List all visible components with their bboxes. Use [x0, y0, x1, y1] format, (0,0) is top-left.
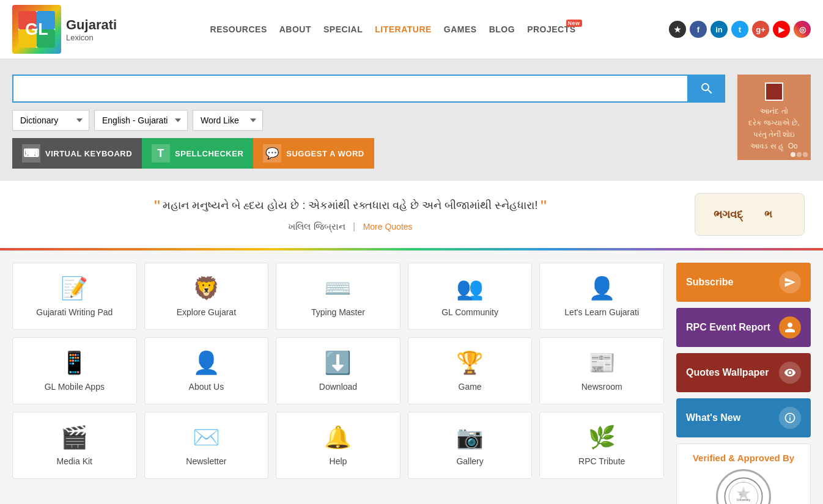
community-icon: 👥: [456, 276, 484, 301]
about-icon: 👤: [193, 350, 220, 376]
download-icon: ⬇️: [324, 350, 352, 376]
nav-blog[interactable]: BLOG: [489, 24, 515, 34]
twitter-icon[interactable]: t: [731, 21, 748, 38]
writing-pad-label: Gujarati Writing Pad: [36, 307, 113, 317]
nav-about[interactable]: ABOUT: [279, 24, 311, 34]
grid-item-newsletter[interactable]: ✉️ Newsletter: [144, 412, 269, 479]
grid-item-writing-pad[interactable]: 📝 Gujarati Writing Pad: [12, 263, 137, 330]
myspace-icon[interactable]: ★: [669, 21, 686, 38]
suggest-icon: 💬: [263, 144, 281, 163]
nav-games[interactable]: GAMES: [444, 24, 477, 34]
suggest-word-button[interactable]: 💬 SUGGEST A WORD: [253, 138, 374, 169]
grid-item-game[interactable]: 🏆 Game: [408, 337, 533, 404]
language-dropdown[interactable]: English - Gujarati Gujarati - English Gu…: [94, 110, 188, 131]
quotes-wallpaper-button[interactable]: Quotes Wallpaper: [676, 353, 811, 392]
game-icon: 🏆: [456, 350, 484, 376]
subscribe-button[interactable]: Subscribe: [676, 263, 811, 302]
community-label: GL Community: [441, 307, 498, 317]
grid-item-gallery[interactable]: 📷 Gallery: [408, 412, 533, 479]
grid-item-community[interactable]: 👥 GL Community: [408, 263, 533, 330]
whats-new-icon: [779, 407, 801, 429]
logo-area: GL Gujarati Lexicon: [12, 5, 117, 54]
virtual-keyboard-button[interactable]: ⌨ VIRTUAL KEYBOARD: [12, 138, 142, 169]
newsroom-icon: 📰: [588, 350, 616, 376]
social-icons: ★ f in t g+ ▶ ◎: [669, 21, 811, 38]
grid-item-learn[interactable]: 👤 Let's Learn Gujarati: [539, 263, 664, 330]
open-quote: ": [154, 197, 160, 216]
grid-row-3: 🎬 Media Kit ✉️ Newsletter 🔔 Help 📷 Galle…: [12, 412, 664, 479]
grid-row-1: 📝 Gujarati Writing Pad 🦁 Explore Gujarat…: [12, 263, 664, 330]
newsroom-label: Newsroom: [581, 382, 622, 392]
subscribe-icon: [779, 271, 801, 293]
logo-gl: Gujarati: [66, 17, 117, 33]
svg-text:University: University: [737, 498, 751, 502]
dropdowns: Dictionary Thesaurus Encyclopedia Englis…: [12, 110, 725, 131]
quote-sidebar: ભગ‌વ‌દ્‍ ‌ ‌ ‌ ‌ ‌ ‌ ‌ ભ‌ ‌ ‌ ‌ ‌ ‌: [695, 193, 805, 236]
youtube-icon[interactable]: ▶: [773, 21, 790, 38]
newsletter-label: Newsletter: [186, 456, 226, 466]
facebook-icon[interactable]: f: [690, 21, 707, 38]
grid-item-rpc[interactable]: 🌿 RPC Tribute: [539, 412, 664, 479]
search-input[interactable]: [12, 75, 688, 103]
search-type-dropdown[interactable]: Word Like Starts With Ends With Exact Wo…: [193, 110, 263, 131]
explore-icon: 🦁: [193, 276, 220, 301]
bhagavad-logo[interactable]: ભગ‌વ‌દ્‍ ‌ ‌ ‌ ‌ ‌ ‌ ‌ ભ‌ ‌ ‌ ‌ ‌ ‌: [695, 193, 805, 236]
quote-section: " મહાન મનુષ્યને બે હ્દય હોય છે : એકમાંથી…: [0, 181, 823, 248]
quote-separator: |: [353, 221, 355, 232]
linkedin-icon[interactable]: in: [710, 21, 728, 38]
nav-special[interactable]: SPECIAL: [323, 24, 363, 34]
instagram-icon[interactable]: ◎: [794, 21, 811, 38]
grid-item-about[interactable]: 👤 About Us: [144, 337, 269, 404]
bhagavad-text: ભગ‌વ‌દ્‍ ‌ ‌ ‌ ‌ ‌ ‌ ‌: [714, 208, 764, 221]
about-label: About Us: [189, 382, 224, 392]
mobile-label: GL Mobile Apps: [45, 382, 105, 392]
keyboard-icon: ⌨: [22, 144, 40, 163]
learn-label: Let's Learn Gujarati: [564, 307, 639, 317]
typing-icon: ⌨️: [324, 276, 352, 301]
verified-box: Verified & Approved By સ‌ ‌ ‌ ‌ ‌ ‌ ‌ ‌ …: [676, 444, 811, 504]
nav-menu: RESOURCES ABOUT SPECIAL LITERATURE GAMES…: [210, 24, 576, 34]
ad-image[interactable]: આનંદ તોદરેક જગ્યાએ છે,પ‌રંતુ તેની શ‌ોઇઆ‌…: [737, 75, 811, 160]
quote-content: " મહાન મનુષ્યને બે હ્દય હોય છે : એકમાંથી…: [18, 197, 682, 232]
bhagavad-logo-full: ભ‌ ‌ ‌ ‌ ‌ ‌: [764, 209, 786, 220]
learn-icon: 👤: [588, 276, 616, 301]
rpc-event-button[interactable]: RPC Event Report: [676, 308, 811, 347]
quote-author: ખ‌લિ‌લ જિ‌બ્‌રા‌ન: [288, 221, 345, 232]
header: GL Gujarati Lexicon RESOURCES ABOUT SPEC…: [0, 0, 823, 59]
grid-item-media[interactable]: 🎬 Media Kit: [12, 412, 137, 479]
google-plus-icon[interactable]: g+: [752, 21, 769, 38]
more-quotes-link[interactable]: More Quotes: [363, 222, 413, 232]
spellchecker-button[interactable]: T SPELLCHECKER: [142, 138, 253, 169]
logo-full: Lexicon: [66, 33, 117, 42]
download-label: Download: [319, 382, 357, 392]
newsletter-icon: ✉️: [193, 425, 220, 450]
grid-item-mobile[interactable]: 📱 GL Mobile Apps: [12, 337, 137, 404]
rpc-icon: 🌿: [588, 425, 616, 450]
grid-item-help[interactable]: 🔔 Help: [276, 412, 400, 479]
close-quote: ": [541, 197, 547, 216]
nav-literature[interactable]: LITERATURE: [375, 24, 432, 34]
dictionary-dropdown[interactable]: Dictionary Thesaurus Encyclopedia: [12, 110, 89, 131]
rpc-person-icon: [779, 316, 801, 338]
gallery-icon: 📷: [456, 425, 484, 450]
ad-banner: આનંદ તોદરેક જગ્યાએ છે,પ‌રંતુ તેની શ‌ોઇઆ‌…: [737, 75, 811, 160]
grid-item-download[interactable]: ⬇️ Download: [276, 337, 400, 404]
university-seal: સ‌ ‌ ‌ ‌ ‌ ‌ ‌ ‌ University: [716, 469, 771, 504]
quotes-icon: [779, 362, 801, 384]
typing-label: Typing Master: [311, 307, 365, 317]
game-label: Game: [459, 382, 482, 392]
grid-item-newsroom[interactable]: 📰 Newsroom: [539, 337, 664, 404]
main-content: 📝 Gujarati Writing Pad 🦁 Explore Gujarat…: [0, 250, 823, 504]
quote-text: મહાન મનુષ્યને બે હ્દય હોય છે : એકમાંથી ર…: [163, 199, 537, 211]
logo-text: Gujarati Lexicon: [66, 17, 117, 42]
verified-title: Verified & Approved By: [685, 453, 802, 463]
search-area: Dictionary Thesaurus Encyclopedia Englis…: [0, 59, 823, 181]
search-button[interactable]: [688, 75, 725, 103]
grid-item-explore[interactable]: 🦁 Explore Gujarat: [144, 263, 269, 330]
nav-resources[interactable]: RESOURCES: [210, 24, 267, 34]
grid-item-typing[interactable]: ⌨️ Typing Master: [276, 263, 400, 330]
help-label: Help: [330, 456, 347, 466]
whats-new-button[interactable]: What's New: [676, 398, 811, 437]
nav-projects[interactable]: PROJECTS New: [527, 24, 575, 34]
gallery-label: Gallery: [456, 456, 483, 466]
